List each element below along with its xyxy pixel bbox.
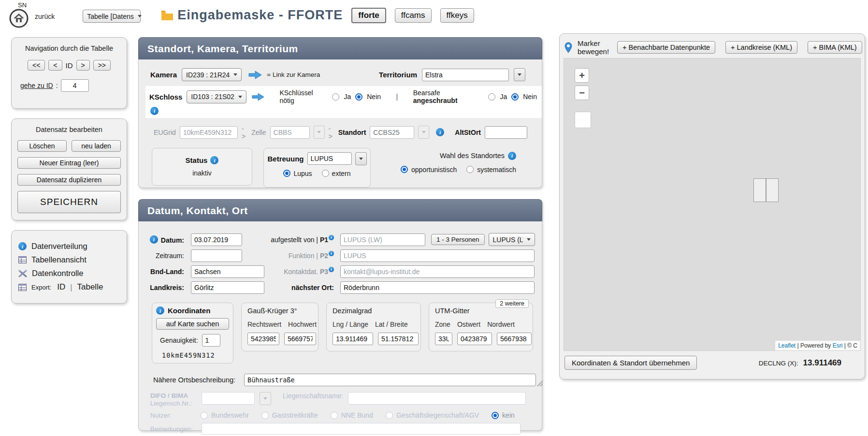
new-entry-button[interactable]: Neuer Eintrag (leer) — [17, 157, 121, 169]
zoom-in-button[interactable]: + — [575, 68, 589, 83]
nutzer-bundeswehr-radio — [201, 412, 208, 419]
declng-value: 13.911469 — [803, 358, 841, 368]
info-icon[interactable]: i — [210, 156, 218, 164]
rechtswert-input[interactable] — [247, 333, 279, 345]
datenverteilung-link[interactable]: i Datenverteilung — [18, 242, 120, 251]
karte-suchen-button[interactable]: auf Karte suchen — [156, 318, 229, 330]
bima-kml-button[interactable]: + BIMA (KML) — [808, 41, 862, 54]
genauigkeit-input[interactable] — [202, 334, 220, 347]
datum-input[interactable] — [191, 233, 242, 246]
kamera-select[interactable]: ID239 : 21R24 — [182, 68, 242, 81]
goto-id-input[interactable] — [61, 79, 89, 92]
chevron-down-icon — [518, 73, 521, 76]
info-icon[interactable]: i — [329, 267, 334, 272]
back-link[interactable]: zurück — [35, 13, 55, 20]
zeitraum-input[interactable] — [191, 249, 242, 262]
utm-ostwert-input[interactable] — [457, 333, 492, 345]
next-record-button[interactable]: > — [76, 60, 90, 71]
table-select[interactable]: Tabelle [Datens — [83, 10, 141, 23]
difo-label: DIFO / BIMA Liegensch.Nr.: — [150, 392, 197, 407]
genauigkeit-label: Genauigkeit: — [160, 336, 198, 344]
bearsafe-ja-radio[interactable] — [488, 93, 495, 101]
info-icon[interactable]: i — [150, 107, 159, 115]
hochwert-input[interactable] — [284, 333, 316, 345]
p1-select[interactable]: LUPUS (LW — [489, 233, 535, 246]
territorium-dropdown-button[interactable] — [514, 68, 525, 81]
p3-input[interactable] — [340, 265, 535, 278]
nutzer-kein-radio[interactable] — [492, 412, 499, 419]
status-value: inaktiv — [192, 169, 212, 177]
territorium-input[interactable] — [422, 69, 509, 81]
lat-input[interactable] — [378, 333, 419, 345]
datenkontrolle-link[interactable]: Datenkontrolle — [18, 269, 120, 278]
nutzer-geschaeftsliegenschaft-radio — [386, 412, 393, 419]
landkreise-kml-button[interactable]: + Landkreise (KML) — [725, 41, 797, 54]
utm-nordwert-input[interactable] — [497, 333, 532, 345]
weitere-button[interactable]: 2 weitere — [495, 299, 529, 308]
first-record-button[interactable]: << — [28, 60, 45, 71]
home-button[interactable]: SN — [8, 2, 30, 29]
link-arrow-icon[interactable] — [248, 70, 262, 80]
altstort-input[interactable] — [485, 126, 527, 139]
kamera-label: Kamera — [150, 71, 177, 79]
duplicate-record-button[interactable]: Datensatz duplizieren — [17, 174, 121, 186]
grid-reference: 10kmE459N312 — [162, 351, 229, 359]
p1-input[interactable] — [340, 233, 425, 246]
standort-section-header: Standort, Kamera, Territorium — [138, 37, 542, 59]
datum-section: Datum, Kontakt, Ort iDatum: aufgestellt … — [138, 199, 542, 431]
info-icon[interactable]: i — [329, 235, 334, 240]
nutzer-nne-bund-radio — [331, 412, 338, 419]
navigation-panel: Navigation durch die Tabelle << < ID > >… — [11, 37, 127, 109]
home-sn-label: SN — [18, 2, 27, 8]
betreuung-dropdown-button[interactable] — [355, 152, 367, 165]
info-icon[interactable]: i — [150, 235, 158, 244]
export-table-link[interactable]: Tabelle — [77, 282, 103, 292]
reload-button[interactable]: neu laden — [72, 140, 121, 152]
layers-control[interactable] — [575, 112, 591, 128]
resize-grip-icon[interactable] — [537, 380, 543, 386]
kschloss-select[interactable]: ID103 : 21S02 — [187, 90, 246, 103]
esri-link[interactable]: Esri — [833, 342, 843, 349]
app-button-ffcams[interactable]: ffcams — [395, 8, 432, 23]
betreuung-extern-radio[interactable] — [322, 170, 329, 177]
kschluessel-nein-radio[interactable] — [355, 93, 362, 101]
betreuung-lupus-radio[interactable] — [283, 170, 290, 177]
save-button[interactable]: SPEICHERN — [17, 191, 121, 213]
info-icon[interactable]: i — [329, 251, 334, 256]
chevron-down-icon — [138, 15, 142, 17]
prev-record-button[interactable]: < — [48, 60, 62, 71]
opportunistisch-radio[interactable] — [401, 166, 408, 173]
app-button-fforte[interactable]: fforte — [351, 8, 386, 23]
marker-placeholder[interactable] — [753, 178, 779, 202]
zoom-out-button[interactable]: − — [575, 86, 589, 100]
last-record-button[interactable]: >> — [93, 60, 111, 71]
leaflet-link[interactable]: Leaflet — [778, 342, 796, 349]
ortsbeschreibung-input[interactable] — [244, 374, 536, 386]
kschluessel-ja-radio[interactable] — [332, 93, 339, 101]
lng-input[interactable] — [333, 333, 373, 345]
p2-input[interactable] — [340, 249, 535, 262]
info-icon[interactable]: i — [436, 128, 444, 136]
goto-id-link[interactable]: gehe zu ID — [20, 82, 53, 89]
territorium-label: Territorium — [379, 71, 417, 79]
betreuung-input[interactable] — [307, 152, 352, 165]
funktion-label: Funktion | P2i — [242, 252, 334, 260]
utm-zone-input[interactable] — [435, 333, 452, 345]
info-icon[interactable]: i — [156, 306, 164, 315]
naechster-ort-input[interactable] — [340, 281, 535, 294]
koordinaten-uebernehmen-button[interactable]: Koordinaten & Standort übernehmen — [564, 356, 697, 370]
info-icon[interactable]: i — [508, 152, 516, 160]
personen-button[interactable]: 1 - 3 Personen — [431, 234, 485, 245]
systematisch-radio[interactable] — [466, 166, 474, 173]
bearsafe-nein-radio[interactable] — [511, 93, 519, 101]
tabellenansicht-link[interactable]: Tabellenansicht — [18, 255, 120, 264]
map-area[interactable]: + − Leaflet | Powered by Esri | © C — [564, 58, 861, 351]
naechster-ort-label: nächster Ort: — [242, 284, 334, 291]
export-id-link[interactable]: ID — [57, 282, 65, 292]
benachbarte-datenpunkte-button[interactable]: + Benachbarte Datenpunkte — [617, 41, 715, 54]
delete-button[interactable]: Löschen — [17, 140, 67, 152]
chevron-down-icon — [317, 131, 321, 133]
app-button-ffkeys[interactable]: ffkeys — [440, 8, 474, 23]
tools-panel: i Datenverteilung Tabellenansicht — [11, 230, 127, 304]
table-icon — [18, 256, 27, 263]
